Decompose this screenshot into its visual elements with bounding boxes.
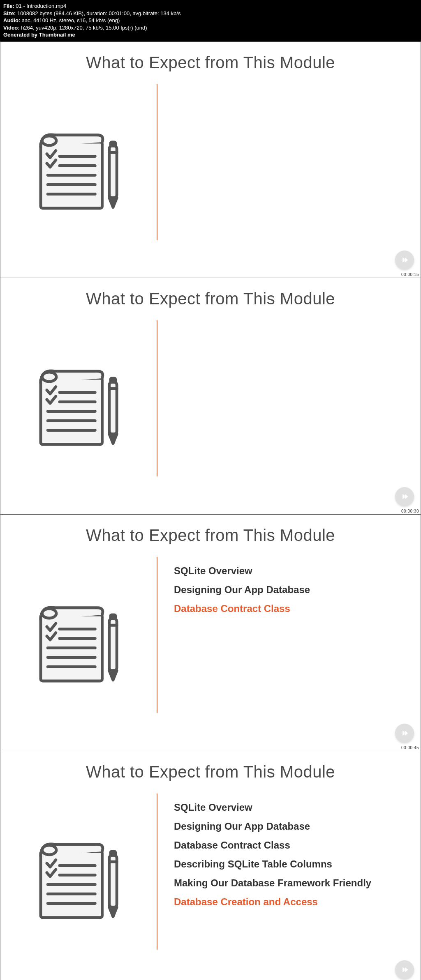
meta-size-label: Size: xyxy=(3,10,16,16)
svg-rect-21 xyxy=(111,378,116,382)
bullet-item: Database Contract Class xyxy=(174,840,421,851)
svg-marker-10 xyxy=(402,258,405,262)
slide-icon-area xyxy=(0,324,157,489)
meta-video-value: h264, yuv420p, 1280x720, 75 kb/s, 15.00 … xyxy=(21,25,147,31)
bullet-item: SQLite Overview xyxy=(174,565,421,577)
slide-title: What to Expect from This Module xyxy=(0,42,421,72)
svg-marker-47 xyxy=(405,967,408,972)
frame-timestamp: 00:00:15 xyxy=(401,272,419,277)
play-button[interactable] xyxy=(395,724,414,743)
svg-rect-9 xyxy=(111,142,116,146)
meta-audio-label: Audio: xyxy=(3,17,20,23)
svg-rect-33 xyxy=(111,615,116,619)
svg-marker-34 xyxy=(402,731,405,736)
vertical-divider xyxy=(157,320,157,476)
play-button[interactable] xyxy=(395,487,414,506)
video-metadata-header: File: 01 - Introduction.mp4 Size: 100808… xyxy=(0,0,421,41)
thumbnail-frame[interactable]: What to Expect from This Module SQLite O… xyxy=(0,751,421,980)
bullet-item: SQLite Overview xyxy=(174,802,421,813)
svg-marker-46 xyxy=(402,967,405,972)
svg-point-13 xyxy=(42,372,56,382)
slide-icon-area xyxy=(0,798,157,962)
svg-point-25 xyxy=(42,609,56,618)
meta-video-label: Video: xyxy=(3,25,20,31)
slide-content xyxy=(0,88,421,253)
meta-audio-value: aac, 44100 Hz, stereo, s16, 54 kb/s (eng… xyxy=(22,17,120,23)
slide-icon-area xyxy=(0,88,157,253)
slide-title: What to Expect from This Module xyxy=(0,751,421,781)
frame-timestamp: 00:00:30 xyxy=(401,509,419,513)
bullet-item: Describing SQLite Table Columns xyxy=(174,858,421,870)
notepad-checklist-icon xyxy=(31,123,126,218)
thumbnail-frame[interactable]: What to Expect from This Module SQLite O… xyxy=(0,515,421,751)
bullet-item: Designing Our App Database xyxy=(174,584,421,596)
notepad-checklist-icon xyxy=(31,359,126,454)
svg-marker-35 xyxy=(405,731,408,736)
notepad-checklist-icon xyxy=(31,596,126,690)
bullet-item: Designing Our App Database xyxy=(174,821,421,832)
svg-rect-45 xyxy=(111,851,116,855)
slide-title: What to Expect from This Module xyxy=(0,278,421,308)
slide-content xyxy=(0,324,421,489)
thumbnail-grid: What to Expect from This Module 00:00:15… xyxy=(0,41,421,980)
notepad-checklist-icon xyxy=(31,833,126,927)
play-button[interactable] xyxy=(395,960,414,979)
slide-content: SQLite OverviewDesigning Our App Databas… xyxy=(0,561,421,725)
slide-icon-area xyxy=(0,561,157,725)
play-button[interactable] xyxy=(395,251,414,269)
meta-size-value: 1008082 bytes (984.46 KiB), duration: 00… xyxy=(17,10,181,16)
meta-generated: Generated by Thumbnail me xyxy=(3,32,75,38)
svg-point-37 xyxy=(42,845,56,855)
meta-file-label: File: xyxy=(3,3,14,9)
svg-marker-11 xyxy=(405,258,408,262)
bullet-list: SQLite OverviewDesigning Our App Databas… xyxy=(157,798,421,915)
bullet-list xyxy=(157,88,421,92)
bullet-item: Making Our Database Framework Friendly xyxy=(174,877,421,889)
meta-file-value: 01 - Introduction.mp4 xyxy=(16,3,66,9)
svg-marker-22 xyxy=(402,494,405,499)
bullet-list xyxy=(157,324,421,329)
slide-content: SQLite OverviewDesigning Our App Databas… xyxy=(0,798,421,962)
thumbnail-frame[interactable]: What to Expect from This Module 00:00:30 xyxy=(0,278,421,515)
vertical-divider xyxy=(157,84,157,240)
thumbnail-frame[interactable]: What to Expect from This Module 00:00:15 xyxy=(0,41,421,278)
bullet-list: SQLite OverviewDesigning Our App Databas… xyxy=(157,561,421,622)
svg-marker-23 xyxy=(405,494,408,499)
bullet-item: Database Creation and Access xyxy=(174,896,421,908)
svg-point-1 xyxy=(42,136,56,145)
frame-timestamp: 00:00:45 xyxy=(401,745,419,750)
slide-title: What to Expect from This Module xyxy=(0,515,421,545)
bullet-item: Database Contract Class xyxy=(174,603,421,614)
